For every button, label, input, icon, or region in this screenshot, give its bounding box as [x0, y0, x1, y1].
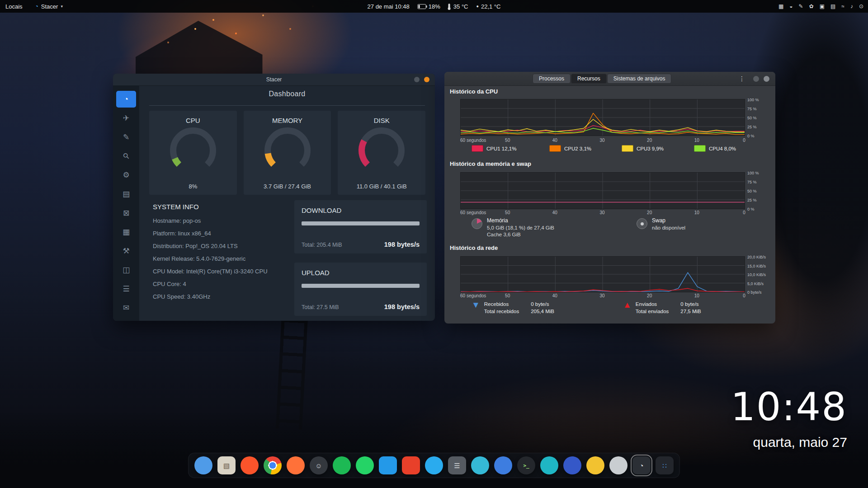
desktop-clock-time: 10:48	[731, 384, 847, 429]
cpu-legend-label: CPU3 9,9%	[637, 146, 664, 151]
system-info-line: CPU Core: 4	[153, 278, 274, 291]
received-total: 205,4 MiB	[531, 308, 554, 315]
app-menu-label: Stacer	[41, 3, 58, 10]
system-cleaner-icon: ✎	[123, 132, 129, 142]
sidebar-item-helpers[interactable]: ⚒	[116, 243, 136, 259]
gauge-label: CPU	[186, 117, 200, 124]
sent-label: Enviados	[636, 300, 669, 308]
dock-item-chrome[interactable]	[264, 456, 282, 474]
x-axis-label: 10	[694, 293, 699, 298]
received-rate: 0 byte/s	[531, 300, 554, 308]
memory-label: Memória	[487, 217, 554, 224]
stacer-app-icon: ◔	[35, 3, 38, 9]
messaging-icon[interactable]: ◒	[789, 3, 793, 9]
dock-item-timer[interactable]: ◔	[632, 456, 651, 474]
system-info-line: CPU Speed: 3.40GHz	[153, 291, 274, 303]
system-info-line: CPU Model: Intel(R) Core(TM) i3-3240 CPU	[153, 265, 274, 278]
swap-label: Swap	[652, 217, 685, 224]
panel-left: Locais ◔ Stacer ▾	[5, 3, 63, 10]
cpu-legend-label: CPU4 8,0%	[709, 146, 736, 151]
dock-item-swirl-app[interactable]	[471, 456, 489, 474]
system-info: SYSTEM INFO Hostname: pop-osPlatform: li…	[153, 203, 274, 303]
system-info-line: Kernel Release: 5.4.0-7629-generic	[153, 253, 274, 265]
received-total-label: Total recebidos	[484, 308, 519, 315]
sidebar-item-resources[interactable]: ▦	[116, 224, 136, 240]
minimize-button[interactable]	[753, 76, 759, 82]
notes-icon[interactable]: ✎	[799, 3, 803, 9]
plant-icon[interactable]: ✿	[809, 3, 814, 9]
app-menu[interactable]: ◔ Stacer ▾	[35, 3, 63, 10]
close-button[interactable]	[424, 77, 429, 82]
dock-item-spotify[interactable]	[333, 456, 351, 474]
sidebar-item-startup-apps[interactable]: ✈	[116, 110, 136, 127]
dock-item-blue-app[interactable]	[494, 456, 512, 474]
datetime-label: 27 de mai 10:48	[368, 3, 410, 10]
dock-item-pulseeffects[interactable]: ☰	[448, 456, 466, 474]
x-axis-label: 0	[743, 293, 745, 298]
x-axis-label: 30	[599, 210, 604, 215]
x-axis-label: 0	[743, 138, 745, 143]
cpu-temp-indicator: 35 °C	[448, 3, 468, 10]
gauge-row: CPU8%MEMORY3.7 GiB / 27.4 GiBDISK11.0 Gi…	[149, 111, 425, 195]
timer-icon: ◔	[639, 462, 643, 469]
tab-recursos[interactable]: Recursos	[571, 74, 607, 84]
clock-menu[interactable]: 27 de mai 10:48 18% 35 °C ● 22,1 °C	[368, 3, 501, 10]
system-monitor-window: ProcessosRecursosSistemas de arquivos ⋮ …	[444, 72, 775, 324]
network-x-axis: 60 segundos50403020100	[460, 293, 744, 299]
stacer-titlebar[interactable]: Stacer	[113, 74, 435, 86]
y-axis-label: 20,0 KiB/s	[747, 255, 766, 259]
top-panel: Locais ◔ Stacer ▾ 27 de mai 10:48 18% 35…	[0, 0, 868, 13]
dock-item-brave[interactable]	[241, 456, 259, 474]
gauge-value: 3.7 GiB / 27.4 GiB	[264, 183, 311, 190]
y-axis-label: 10,0 KiB/s	[747, 272, 766, 277]
settings-icon: ☰	[123, 284, 129, 294]
menu-button[interactable]: ⋮	[737, 74, 746, 83]
power-icon[interactable]: ⊙	[859, 3, 863, 9]
page-title: Dashboard	[139, 90, 435, 98]
received-label: Recebidos	[484, 300, 519, 308]
tab-processos[interactable]: Processos	[533, 74, 571, 84]
sidebar-item-system-cleaner[interactable]: ✎	[116, 129, 136, 145]
dock-item-app-grid[interactable]: ∷	[656, 456, 674, 474]
screenshot-icon[interactable]: ▣	[820, 3, 825, 9]
received-legend-item: ▼ Recebidos Total recebidos 0 byte/s 205…	[472, 300, 554, 315]
sidebar-item-dashboard[interactable]: ◔	[116, 91, 136, 108]
dock-item-media-app[interactable]	[402, 456, 420, 474]
dock-item-telegram[interactable]	[425, 456, 443, 474]
x-axis-label: 60 segundos	[460, 210, 486, 215]
cpu-legend: CPU1 12,1%CPU2 3,1%CPU3 9,9%CPU4 8,0%	[444, 145, 775, 154]
dock-item-cheese[interactable]: ☺	[310, 456, 328, 474]
dock-item-terminal[interactable]: >_	[517, 456, 535, 474]
stacer-window: Stacer ◔✈✎⚲⚙▤⊠▦⚒◫☰✉ Dashboard CPU8%MEMOR…	[113, 74, 435, 321]
sidebar-item-processes[interactable]: ▤	[116, 186, 136, 202]
network-icon[interactable]: ≈	[841, 3, 844, 9]
minimize-button[interactable]	[414, 77, 420, 82]
sidebar-item-apt-repository[interactable]: ◫	[116, 262, 136, 278]
display-icon[interactable]: ▤	[830, 3, 835, 9]
dock-item-files[interactable]	[194, 456, 212, 474]
dock-item-ulauncher[interactable]	[586, 456, 604, 474]
sidebar-item-settings[interactable]: ☰	[116, 281, 136, 297]
sidebar-item-uninstaller[interactable]: ⊠	[116, 205, 136, 221]
sidebar-item-feedback[interactable]: ✉	[116, 300, 136, 316]
sidebar-item-search[interactable]: ⚲	[116, 148, 136, 164]
gauge-card-memory: MEMORY3.7 GiB / 27.4 GiB	[244, 111, 331, 195]
volume-icon[interactable]: ♪	[850, 3, 853, 9]
dock-item-indigo-app[interactable]	[563, 456, 581, 474]
sidebar-item-services[interactable]: ⚙	[116, 167, 136, 183]
workspaces-icon[interactable]: ▦	[778, 3, 783, 9]
places-menu[interactable]: Locais	[5, 3, 23, 10]
upload-title: UPLOAD	[302, 269, 330, 277]
y-axis-label: 15,0 KiB/s	[747, 264, 766, 268]
dock-item-firefox[interactable]	[287, 456, 305, 474]
memory-detail: 5,0 GiB (18,1 %) de 27,4 GiB	[487, 225, 554, 231]
dock-item-vscode[interactable]	[379, 456, 397, 474]
dock-item-teal-app[interactable]	[540, 456, 558, 474]
cpu1-swatch-icon	[472, 145, 483, 152]
resources-icon: ▦	[123, 227, 130, 237]
tab-sistemas-de-arquivos[interactable]: Sistemas de arquivos	[607, 74, 672, 84]
dock-item-color-picker[interactable]	[609, 456, 627, 474]
close-button[interactable]	[764, 76, 769, 82]
dock-item-whatsapp[interactable]	[356, 456, 374, 474]
dock-item-image-viewer[interactable]: ▧	[217, 456, 236, 474]
